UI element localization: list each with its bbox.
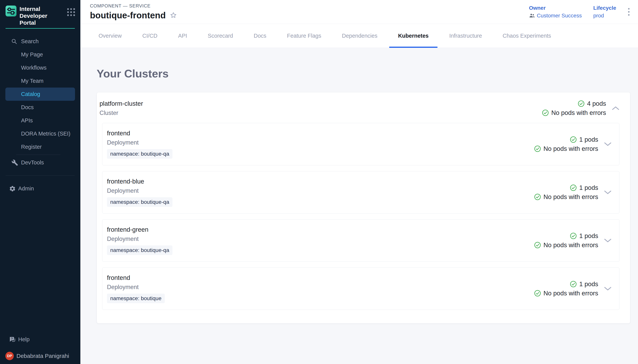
- deployment-card[interactable]: frontend Deployment namespace: boutique-…: [102, 123, 619, 165]
- gear-icon: [9, 185, 16, 192]
- chevron-down-icon[interactable]: [604, 142, 611, 146]
- errors-text: No pods with errors: [543, 145, 598, 152]
- errors-status: No pods with errors: [542, 109, 606, 116]
- tab-label: Overview: [99, 33, 122, 39]
- app-root: Internal Developer Portal Search My Page: [0, 0, 638, 364]
- tab[interactable]: Docs: [245, 24, 275, 48]
- more-options-icon[interactable]: [627, 7, 631, 17]
- owner-link[interactable]: Customer Success: [529, 12, 582, 19]
- sidebar-logo-row: Internal Developer Portal: [0, 0, 80, 26]
- sidebar-item[interactable]: Register: [5, 140, 75, 154]
- sidebar-item-label: My Page: [21, 52, 43, 58]
- namespace-badge: namespace: boutique-qa: [107, 197, 172, 207]
- entity-tabbar: Overview CI/CD API Scorecard Docs: [80, 24, 638, 48]
- user-name: Debabrata Panigrahi: [17, 353, 69, 359]
- sidebar-item-label: DORA Metrics (SEI): [21, 130, 70, 137]
- app-grid-icon[interactable]: [67, 8, 75, 16]
- page-title: boutique-frontend: [90, 10, 166, 20]
- pods-status: 4 pods: [578, 100, 606, 107]
- chevron-down-icon[interactable]: [604, 286, 611, 291]
- errors-text: No pods with errors: [551, 109, 606, 116]
- deployment-kind: Deployment: [107, 187, 139, 194]
- errors-text: No pods with errors: [543, 193, 598, 200]
- deployment-name: frontend: [107, 274, 130, 282]
- deployment-card[interactable]: frontend-green Deployment namespace: bou…: [102, 219, 619, 262]
- deployment-status: 1 pods No pods with errors: [534, 280, 598, 297]
- tab-label: Scorecard: [208, 33, 233, 39]
- sidebar-item[interactable]: DORA Metrics (SEI): [5, 127, 75, 140]
- favorite-star-icon[interactable]: [170, 12, 177, 19]
- check-circle-icon: [570, 136, 577, 143]
- tab[interactable]: Dependencies: [333, 24, 386, 48]
- sidebar-item[interactable]: My Page: [5, 48, 75, 61]
- deployment-info: frontend Deployment namespace: boutique: [107, 274, 165, 303]
- sidebar-item[interactable]: Workflows: [5, 61, 75, 74]
- check-circle-icon: [578, 100, 585, 107]
- pods-count: 1 pods: [579, 280, 598, 288]
- deployment-name: frontend-blue: [107, 178, 144, 185]
- pods-count: 4 pods: [587, 100, 606, 107]
- chevron-down-icon[interactable]: [604, 190, 611, 194]
- tab[interactable]: Chaos Experiments: [494, 24, 560, 48]
- sidebar-item-label: Docs: [21, 104, 34, 110]
- deployment-name: frontend: [107, 130, 130, 137]
- tab[interactable]: Feature Flags: [278, 24, 330, 48]
- namespace-badge: namespace: boutique-qa: [107, 149, 172, 159]
- sidebar-item[interactable]: Docs: [5, 101, 75, 114]
- entity-header: COMPONENT — SERVICE boutique-frontend Ow…: [80, 0, 638, 24]
- sidebar-item-devtools[interactable]: DevTools: [5, 156, 75, 169]
- sidebar-item-help[interactable]: ? Help: [5, 333, 75, 346]
- sidebar-item-label: Help: [18, 336, 30, 342]
- sidebar-item[interactable]: Catalog: [5, 88, 75, 101]
- sidebar-item-label: Search: [21, 38, 39, 44]
- tab[interactable]: Scorecard: [199, 24, 242, 48]
- sidebar-item[interactable]: My Team: [5, 74, 75, 88]
- sidebar-item-label: Register: [21, 144, 42, 150]
- chevron-up-icon[interactable]: [612, 106, 619, 110]
- deployment-card[interactable]: frontend Deployment namespace: boutique: [102, 268, 619, 310]
- cluster-info: platform-cluster Cluster: [100, 100, 143, 116]
- cluster-name: platform-cluster: [100, 100, 143, 107]
- breadcrumb: COMPONENT — SERVICE: [90, 3, 177, 8]
- search-icon: [11, 38, 18, 44]
- portal-title: Internal Developer Portal: [20, 6, 61, 26]
- sidebar-item-search[interactable]: Search: [5, 35, 75, 48]
- deployment-status: 1 pods No pods with errors: [534, 232, 598, 249]
- sidebar-item[interactable]: APIs: [5, 114, 75, 127]
- tab[interactable]: API: [169, 24, 196, 48]
- tab-label: Kubernetes: [398, 33, 429, 39]
- namespace-badge: namespace: boutique-qa: [107, 246, 172, 255]
- tab[interactable]: Overview: [90, 24, 131, 48]
- help-chat-icon: ?: [9, 336, 16, 343]
- deployment-kind: Deployment: [107, 284, 139, 290]
- entity-header-left: COMPONENT — SERVICE boutique-frontend: [90, 3, 177, 20]
- pods-status: 1 pods: [570, 136, 598, 143]
- kubernetes-content: Your Clusters platform-cluster Cluster: [80, 48, 638, 364]
- tab[interactable]: Infrastructure: [441, 24, 491, 48]
- errors-status: No pods with errors: [534, 193, 598, 200]
- sidebar-item-label: DevTools: [21, 160, 44, 166]
- tab-label: Dependencies: [342, 33, 377, 39]
- deployment-status: 1 pods No pods with errors: [534, 136, 598, 152]
- user-menu[interactable]: DP Debabrata Panigrahi: [5, 352, 75, 360]
- cluster-header[interactable]: platform-cluster Cluster 4 pods: [97, 92, 630, 123]
- owner-label: Owner: [529, 5, 582, 11]
- chevron-down-icon[interactable]: [604, 238, 611, 242]
- tab-label: Chaos Experiments: [503, 33, 551, 39]
- tab[interactable]: Kubernetes: [389, 24, 437, 48]
- pods-count: 1 pods: [579, 184, 598, 191]
- sidebar-item-admin[interactable]: Admin: [5, 182, 75, 195]
- check-circle-icon: [542, 109, 549, 116]
- tab-label: Feature Flags: [287, 33, 321, 39]
- sidebar-spacer: [0, 195, 80, 333]
- sidebar-item-label: Catalog: [21, 91, 40, 97]
- svg-text:?: ?: [11, 337, 13, 340]
- tab[interactable]: CI/CD: [134, 24, 166, 48]
- sidebar-item-label: Admin: [18, 186, 34, 192]
- cluster-status: 4 pods No pods with errors: [542, 100, 606, 116]
- deployment-info: frontend Deployment namespace: boutique-…: [107, 130, 172, 159]
- check-circle-icon: [570, 184, 577, 191]
- cluster-card: platform-cluster Cluster 4 pods: [97, 92, 630, 324]
- errors-status: No pods with errors: [534, 145, 598, 152]
- deployment-card[interactable]: frontend-blue Deployment namespace: bout…: [102, 171, 619, 214]
